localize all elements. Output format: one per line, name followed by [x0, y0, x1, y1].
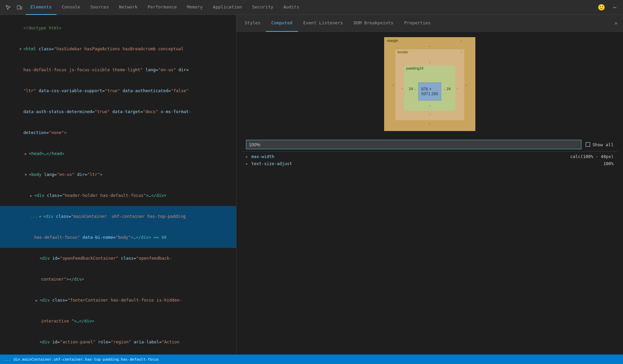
html-line[interactable]: <div class="footerContainer has-default-…	[0, 290, 236, 311]
status-bar: ... div.mainContainer.uhf-container.has-…	[0, 355, 623, 364]
border-bottom-val: -	[401, 111, 458, 116]
html-line[interactable]: <div id="action-panel" role="region" ari…	[0, 332, 236, 353]
html-line[interactable]: data-auth-status-determined="true" data-…	[0, 101, 236, 122]
right-panel: Styles Computed Event Listeners DOM Brea…	[236, 15, 623, 355]
html-line[interactable]: interactive ">…</div>	[0, 311, 236, 332]
triangle-icon	[35, 298, 40, 303]
tab-properties[interactable]: Properties	[399, 15, 436, 32]
prop-name-max-width: max-width	[251, 154, 570, 159]
status-dots: ...	[4, 357, 11, 362]
show-all-container: Show all	[585, 142, 614, 147]
html-line[interactable]: <div class="header-holder has-default-fo…	[0, 185, 236, 206]
status-path[interactable]: div.mainContainer.uhf-container.has-top-…	[14, 357, 159, 362]
triangle-icon	[39, 214, 43, 219]
margin-top-val: -	[392, 44, 467, 49]
tab-styles[interactable]: Styles	[239, 15, 266, 32]
svg-rect-1	[21, 7, 22, 9]
triangle-icon	[25, 172, 29, 178]
margin-dash-label: -	[460, 38, 462, 43]
box-model-diagram: margin - - - border - - -	[242, 37, 618, 131]
tab-security[interactable]: Security	[247, 0, 278, 15]
prop-triangle-icon: ▶	[246, 155, 249, 158]
tab-memory[interactable]: Memory	[182, 0, 207, 15]
border-left-val: -	[401, 86, 403, 90]
show-all-label[interactable]: Show all	[592, 142, 614, 147]
margin-bottom-val: -	[392, 120, 467, 126]
html-line[interactable]: <html class="hasSidebar hasPageActions h…	[0, 38, 236, 59]
svg-rect-0	[17, 6, 20, 9]
box-padding: padding24 24 - 876 × 6971.280 - 24	[404, 66, 455, 111]
padding-mid2: -	[444, 87, 445, 91]
html-line[interactable]: has-default-focus js-focus-visible theme…	[0, 59, 236, 80]
main-layout: <!doctype html> <html class="hasSidebar …	[0, 15, 623, 355]
sub-tab-more-button[interactable]: »	[612, 20, 620, 26]
device-icon[interactable]	[14, 2, 25, 13]
padding-bottom-val: -	[409, 102, 451, 108]
properties-list: ▶ max-width calc(100% - 48px) ▶ text-siz…	[242, 152, 618, 168]
triangle-icon	[30, 193, 34, 199]
margin-left-val: -	[392, 83, 394, 87]
prop-name-text-size-adjust: text-size-adjust	[251, 161, 603, 166]
tab-dom-breakpoints[interactable]: DOM Breakpoints	[348, 15, 399, 32]
html-line[interactable]: <head>…</head>	[0, 143, 236, 164]
html-line[interactable]: <div id="openFeedbackContainer" class="o…	[0, 248, 236, 269]
content-row: 24 - 876 × 6971.280 - 24	[409, 76, 451, 102]
show-all-checkbox[interactable]	[585, 142, 590, 147]
tab-application[interactable]: Application	[208, 0, 247, 15]
prop-row-max-width[interactable]: ▶ max-width calc(100% - 48px)	[242, 153, 618, 160]
filter-input[interactable]	[246, 140, 581, 149]
toolbar-right: 🙂 ⋯	[596, 2, 620, 13]
prop-value-text-size-adjust: 100%	[603, 161, 614, 166]
padding-right-val: 24	[447, 87, 451, 91]
sub-tabs-bar: Styles Computed Event Listeners DOM Brea…	[236, 15, 623, 32]
elements-panel[interactable]: <!doctype html> <html class="hasSidebar …	[0, 15, 236, 355]
html-line[interactable]: <body lang="en-us" dir="ltr">	[0, 164, 236, 185]
margin-label: margin	[387, 38, 398, 43]
prop-triangle-icon: ▶	[246, 162, 249, 165]
filter-row: Show all	[242, 138, 618, 152]
box-margin: margin - - - border - - -	[384, 37, 475, 131]
tab-computed[interactable]: Computed	[266, 15, 298, 32]
html-line[interactable]: Panel" class="action-panel has-default-f…	[0, 353, 236, 355]
border-dash: -	[461, 50, 462, 54]
more-options-button[interactable]: ⋯	[609, 2, 620, 13]
tab-sources[interactable]: Sources	[85, 0, 114, 15]
tab-console[interactable]: Console	[57, 0, 85, 15]
box-content-size: 876 × 6971.280	[418, 82, 441, 101]
border-right-val: -	[457, 86, 458, 90]
html-line[interactable]: container"></div>	[0, 269, 236, 290]
padding-mid1: -	[414, 87, 416, 91]
html-line-selected[interactable]: has-default-focus" data-bi-name="body">……	[0, 227, 236, 248]
tab-elements[interactable]: Elements	[26, 0, 56, 15]
border-row: - border - - - padding24 24	[392, 49, 467, 120]
padding-label: padding24	[406, 66, 423, 70]
margin-right-val: -	[466, 83, 467, 87]
cursor-icon[interactable]	[3, 2, 14, 13]
box-border: border - - - padding24 24 -	[395, 49, 464, 120]
border-label: border	[397, 50, 408, 54]
triangle-icon	[19, 47, 23, 52]
padding-row: - padding24 24 - 876 × 6971.280	[401, 66, 458, 111]
content-dimensions: 876 × 6971.280	[421, 87, 438, 96]
html-line[interactable]: detection="none">	[0, 122, 236, 143]
tab-audits[interactable]: Audits	[279, 0, 304, 15]
html-line[interactable]: <!doctype html>	[0, 18, 236, 38]
feedback-icon[interactable]: 🙂	[596, 2, 607, 13]
devtools-toolbar: Elements Console Sources Network Perform…	[0, 0, 623, 15]
tab-network[interactable]: Network	[114, 0, 142, 15]
tab-performance[interactable]: Performance	[143, 0, 181, 15]
padding-left-val: 24	[409, 87, 413, 91]
border-top-val: -	[401, 60, 458, 66]
computed-content: margin - - - border - - -	[236, 32, 623, 355]
prop-row-text-size-adjust[interactable]: ▶ text-size-adjust 100%	[242, 160, 618, 167]
triangle-icon	[25, 151, 29, 157]
html-line-selected[interactable]: ...<div class="mainContainer uhf-contain…	[0, 206, 236, 227]
tab-event-listeners[interactable]: Event Listeners	[298, 15, 348, 32]
prop-value-max-width: calc(100% - 48px)	[570, 154, 614, 159]
html-line[interactable]: "ltr" data-css-variable-support="true" d…	[0, 80, 236, 101]
